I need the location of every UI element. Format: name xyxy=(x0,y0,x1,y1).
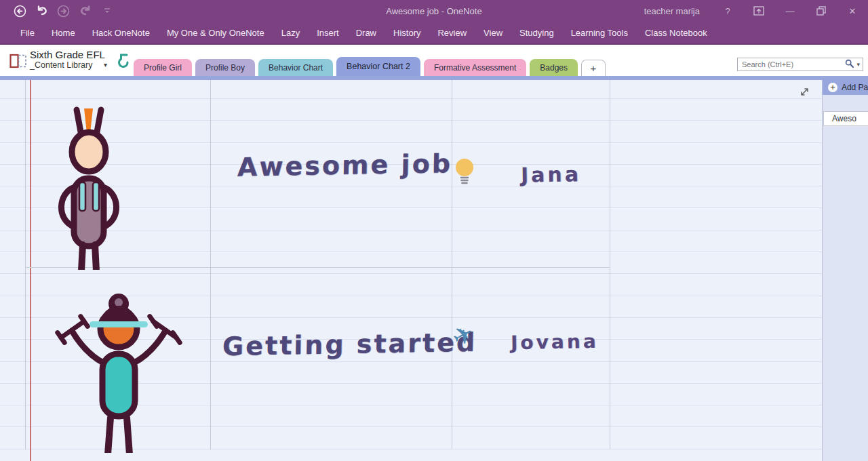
menu-history[interactable]: History xyxy=(393,28,420,38)
menu-home[interactable]: Home xyxy=(52,28,75,38)
table-border-left xyxy=(25,80,26,449)
menu-draw[interactable]: Draw xyxy=(356,28,376,38)
page-list-item-awesome-job[interactable]: Aweso xyxy=(823,111,868,126)
notebook-icon[interactable] xyxy=(9,54,27,71)
redo-icon[interactable] xyxy=(79,5,92,18)
search-scope-dropdown-icon[interactable]: ▾ xyxy=(856,61,860,68)
ink-text-row2-student: Jovana xyxy=(511,330,599,354)
menu-review[interactable]: Review xyxy=(437,28,467,38)
search-box[interactable]: ▾ xyxy=(737,58,863,71)
lightbulb-icon xyxy=(454,157,475,190)
search-icon[interactable] xyxy=(845,58,854,71)
section-tab-profile-boy[interactable]: Profile Boy xyxy=(195,59,255,76)
close-button[interactable]: ✕ xyxy=(837,0,868,22)
ribbon-display-options-icon[interactable] xyxy=(743,0,774,22)
section-tab-behavior-chart[interactable]: Behavior Chart xyxy=(258,59,333,76)
section-tab-profile-girl[interactable]: Profile Girl xyxy=(134,59,192,76)
add-page-label: Add Pa xyxy=(842,83,868,92)
ink-figure-kid-dumbbells xyxy=(54,292,183,456)
menu-view[interactable]: View xyxy=(484,28,502,38)
table-column-line-2 xyxy=(452,80,452,449)
section-tab-behavior-chart-2[interactable]: Behavior Chart 2 xyxy=(336,57,420,76)
menu-class-notebook[interactable]: Class Notebook xyxy=(645,28,707,38)
menu-insert[interactable]: Insert xyxy=(317,28,339,38)
section-tab-badges[interactable]: Badges xyxy=(530,59,578,76)
search-input[interactable] xyxy=(742,60,845,68)
table-column-line-1 xyxy=(210,80,211,449)
back-icon[interactable] xyxy=(14,5,26,18)
restore-button[interactable] xyxy=(806,0,837,22)
onenote-window: Awesome job - OneNote teacher marija ? —… xyxy=(0,0,868,461)
quick-access-toolbar xyxy=(0,5,113,18)
ink-figure-kid-overalls xyxy=(54,100,129,273)
ink-text-row1-student: Jana xyxy=(521,162,582,187)
title-bar: Awesome job - OneNote teacher marija ? —… xyxy=(0,0,868,22)
page-list-sidebar: + Add Pa Aweso xyxy=(822,80,868,461)
notebook-dropdown-icon[interactable]: ▾ xyxy=(104,61,107,68)
section-header: Sixth Grade EFL _Content Library ▾ Profi… xyxy=(0,45,868,76)
section-tab-strip: Profile Girl Profile Boy Behavior Chart … xyxy=(134,57,606,76)
red-margin-line xyxy=(30,80,31,461)
signed-in-user[interactable]: teacher marija xyxy=(644,6,700,16)
menu-learning-tools[interactable]: Learning Tools xyxy=(571,28,628,38)
add-page-button[interactable]: + Add Pa xyxy=(823,80,868,95)
page-canvas[interactable]: Awesome job Jana Ge xyxy=(0,80,822,461)
forward-icon[interactable] xyxy=(57,5,70,18)
customize-quick-access-icon[interactable] xyxy=(100,5,113,18)
undo-icon[interactable] xyxy=(35,5,48,18)
section-tab-formative-assessment[interactable]: Formative Assessment xyxy=(424,59,526,76)
new-section-button[interactable]: + xyxy=(581,60,606,76)
ribbon-menu-bar: File Home Hack OneNote My One & Only One… xyxy=(0,22,868,45)
menu-hack-onenote[interactable]: Hack OneNote xyxy=(92,28,150,38)
menu-lazy[interactable]: Lazy xyxy=(281,28,300,38)
ink-text-row2-label: Getting started xyxy=(222,327,477,362)
full-page-view-icon[interactable] xyxy=(800,87,810,100)
notebook-selector[interactable]: Sixth Grade EFL _Content Library xyxy=(30,49,105,70)
notebook-name: Sixth Grade EFL xyxy=(30,49,105,60)
menu-my-one-and-only-onenote[interactable]: My One & Only OneNote xyxy=(167,28,264,38)
sync-status-icon xyxy=(117,53,130,71)
menu-file[interactable]: File xyxy=(20,28,35,38)
notebook-section-group: _Content Library xyxy=(30,60,105,70)
minimize-button[interactable]: — xyxy=(774,0,806,22)
ink-text-row1-label: Awesome job xyxy=(237,148,453,182)
table-column-line-3 xyxy=(610,80,610,449)
add-page-plus-icon: + xyxy=(828,83,837,92)
help-button[interactable]: ? xyxy=(712,0,743,22)
menu-studying[interactable]: Studying xyxy=(519,28,554,38)
